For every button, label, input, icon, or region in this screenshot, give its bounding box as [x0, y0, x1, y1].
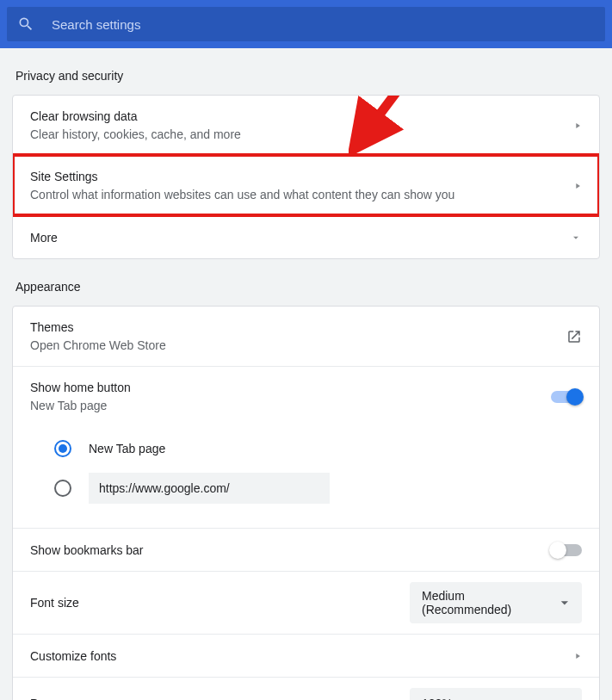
row-title: Clear browsing data [30, 108, 573, 125]
radio-icon [54, 480, 71, 497]
row-title: Show home button [30, 379, 551, 396]
radio-icon [54, 440, 71, 457]
select-value: 100% [422, 697, 453, 700]
top-bar [0, 0, 612, 48]
page-zoom-select[interactable]: 100% [410, 688, 582, 700]
privacy-section-title: Privacy and security [12, 48, 600, 95]
clear-browsing-data-row[interactable]: Clear browsing data Clear history, cooki… [13, 96, 599, 155]
appearance-card: Themes Open Chrome Web Store Show home b… [12, 306, 600, 700]
dropdown-icon [556, 695, 573, 700]
font-size-select[interactable]: Medium (Recommended) [410, 582, 582, 623]
home-page-radio-group: New Tab page [13, 426, 599, 528]
row-subtitle: Open Chrome Web Store [30, 337, 566, 354]
chevron-right-icon [573, 652, 582, 660]
row-subtitle: New Tab page [30, 397, 551, 414]
home-button-toggle[interactable] [551, 391, 582, 403]
more-row[interactable]: More [13, 215, 599, 258]
row-title: Page zoom [30, 695, 410, 700]
chevron-down-icon [570, 232, 582, 244]
page-zoom-row: Page zoom 100% [13, 677, 599, 700]
customize-fonts-row[interactable]: Customize fonts [13, 634, 599, 677]
chevron-right-icon [573, 121, 582, 130]
row-title: More [30, 229, 570, 246]
external-link-icon [566, 329, 582, 344]
row-title: Show bookmarks bar [30, 542, 551, 559]
row-subtitle: Clear history, cookies, cache, and more [30, 126, 573, 143]
row-title: Font size [30, 594, 410, 611]
search-icon [17, 15, 34, 33]
show-home-button-row: Show home button New Tab page [13, 367, 599, 426]
chevron-right-icon [573, 182, 582, 190]
home-newtab-option[interactable]: New Tab page [54, 431, 582, 466]
row-title: Customize fonts [30, 647, 573, 665]
dropdown-icon [556, 594, 573, 611]
row-subtitle: Control what information websites can us… [30, 186, 573, 203]
privacy-card: Clear browsing data Clear history, cooki… [12, 95, 600, 259]
row-title: Themes [30, 319, 566, 336]
show-home-button-block: Show home button New Tab page New Tab pa… [13, 366, 599, 528]
site-settings-row[interactable]: Site Settings Control what information w… [13, 155, 599, 215]
row-title: Site Settings [30, 168, 573, 185]
home-custom-url-option[interactable] [54, 466, 582, 511]
radio-label: New Tab page [89, 442, 165, 455]
font-size-row: Font size Medium (Recommended) [13, 571, 599, 634]
bookmarks-bar-toggle[interactable] [551, 544, 582, 556]
select-value: Medium (Recommended) [422, 589, 556, 616]
search-bar[interactable] [7, 7, 605, 41]
show-bookmarks-bar-row: Show bookmarks bar [13, 528, 599, 571]
search-input[interactable] [52, 17, 595, 32]
themes-row[interactable]: Themes Open Chrome Web Store [13, 307, 599, 366]
appearance-section-title: Appearance [12, 259, 600, 306]
settings-content: Privacy and security Clear browsing data… [0, 48, 612, 700]
home-url-input[interactable] [89, 473, 330, 504]
